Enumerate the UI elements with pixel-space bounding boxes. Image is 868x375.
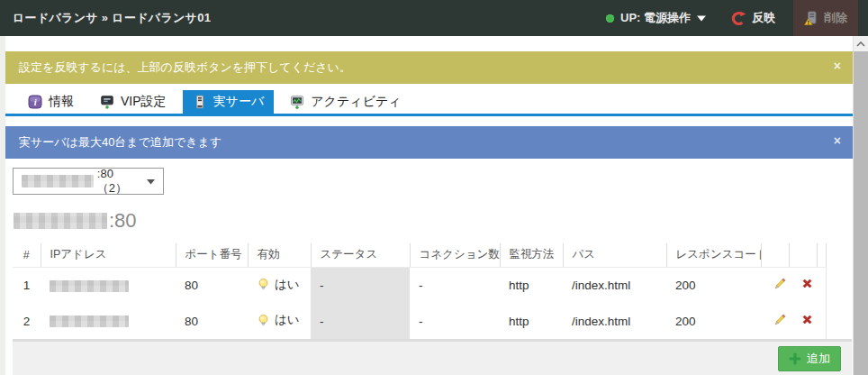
row-num: 2: [13, 303, 41, 339]
server-warning-icon: [804, 11, 818, 25]
col-port: ポート番号: [176, 243, 248, 267]
lightbulb-icon: [257, 278, 270, 291]
topbar: ロードバランサ » ロードバランサ01 UP: 電源操作 反映: [0, 0, 868, 36]
vip-heading-suffix: :80: [109, 209, 137, 233]
col-monitor: 監視方法: [500, 243, 563, 267]
chevron-up-icon: [856, 41, 865, 47]
row-enabled: はい: [248, 303, 311, 339]
col-spacer: [817, 243, 826, 267]
col-status: ステータス: [311, 243, 410, 267]
add-button[interactable]: 追加: [778, 346, 841, 371]
refresh-icon: [731, 11, 746, 26]
info-icon: i: [28, 95, 42, 109]
apply-label: 反映: [752, 10, 775, 26]
col-edit: [761, 243, 789, 267]
x-icon: [800, 277, 814, 290]
topbar-actions: UP: 電源操作 反映: [606, 0, 868, 36]
close-icon[interactable]: ×: [834, 134, 841, 147]
table-row: 1 80 はい: [13, 267, 826, 303]
scroll-up-button[interactable]: [854, 36, 868, 51]
apply-button[interactable]: 反映: [731, 10, 775, 26]
tab-real-servers[interactable]: 実サーバ: [183, 90, 275, 114]
row-connections: -: [410, 267, 500, 303]
pencil-icon: [773, 313, 787, 327]
col-response-code: レスポンスコード: [666, 243, 761, 267]
x-icon: [800, 313, 814, 326]
row-path: /index.html: [563, 267, 666, 303]
scrollbar[interactable]: [853, 36, 868, 375]
redacted-ip-block: [22, 175, 94, 188]
row-response-code: 200: [666, 303, 761, 339]
row-monitor: http: [500, 267, 563, 303]
row-response-code: 200: [666, 267, 761, 303]
chevron-down-icon: [147, 178, 155, 185]
scrollbar-thumb[interactable]: [854, 51, 868, 375]
redacted-ip-block: [50, 280, 129, 292]
row-ip: [41, 267, 176, 303]
row-status: -: [311, 303, 410, 339]
col-enabled: 有効: [248, 243, 311, 267]
vip-heading: :80: [14, 209, 853, 233]
col-path: パス: [563, 243, 666, 267]
tab-info[interactable]: i 情報: [18, 90, 84, 114]
apply-warning-banner: 設定を反映するには、上部の反映ボタンを押下してください。 ×: [5, 51, 853, 84]
delete-row-button[interactable]: [789, 303, 817, 339]
tab-activity-label: アクティビティ: [311, 94, 401, 110]
edit-row-button[interactable]: [761, 267, 789, 303]
delete-button[interactable]: 削除: [793, 0, 858, 36]
server-icon: [193, 95, 207, 109]
close-icon[interactable]: ×: [834, 59, 841, 72]
tab-vip-settings-label: VIP設定: [121, 94, 167, 110]
row-connections: -: [410, 303, 500, 339]
col-num: #: [13, 243, 41, 267]
plus-icon: [789, 352, 801, 365]
col-ip: IPアドレス: [41, 243, 176, 267]
warning-banner-text: 設定を反映するには、上部の反映ボタンを押下してください。: [19, 59, 351, 76]
real-servers-table: # IPアドレス ポート番号 有効 ステータス コネクション数 監視方法 パス …: [13, 243, 827, 339]
row-port: 80: [176, 303, 248, 339]
table-footer: 追加: [13, 339, 852, 375]
edit-row-button[interactable]: [761, 303, 789, 339]
row-path: /index.html: [563, 303, 666, 339]
table-header-row: # IPアドレス ポート番号 有効 ステータス コネクション数 監視方法 パス …: [13, 243, 826, 267]
network-icon: [100, 95, 114, 109]
status-up-dot: [606, 14, 614, 23]
table-row: 2 80 はい: [13, 303, 826, 339]
row-monitor: http: [500, 303, 563, 339]
max-servers-banner: 実サーバは最大40台まで追加できます ×: [5, 126, 853, 159]
row-port: 80: [176, 267, 248, 303]
lightbulb-icon: [257, 314, 270, 327]
col-delete: [789, 243, 817, 267]
tab-info-label: 情報: [49, 94, 74, 110]
row-num: 1: [13, 267, 41, 303]
vip-select-dropdown[interactable]: :80（2）: [13, 168, 164, 195]
redacted-ip-block: [50, 316, 129, 327]
breadcrumb: ロードバランサ » ロードバランサ01: [0, 10, 211, 26]
redacted-ip-block: [14, 213, 107, 229]
power-menu-button[interactable]: UP: 電源操作: [606, 10, 706, 26]
row-status: -: [311, 267, 410, 303]
main-content: 設定を反映するには、上部の反映ボタンを押下してください。 × i 情報: [5, 36, 853, 375]
tab-vip-settings[interactable]: VIP設定: [90, 90, 176, 114]
delete-row-button[interactable]: [789, 267, 817, 303]
tab-bar: i 情報 VIP設定: [5, 90, 853, 116]
svg-text:i: i: [34, 97, 37, 107]
tab-real-servers-label: 実サーバ: [213, 94, 265, 110]
vip-select-value: :80（2）: [97, 167, 143, 197]
add-button-label: 追加: [807, 351, 830, 367]
power-menu-label: UP: 電源操作: [620, 10, 691, 26]
pencil-icon: [773, 277, 787, 291]
activity-icon: [290, 95, 304, 109]
row-enabled: はい: [248, 267, 311, 303]
col-connections: コネクション数: [410, 243, 500, 267]
info-banner-text: 実サーバは最大40台まで追加できます: [19, 134, 222, 151]
tab-activity[interactable]: アクティビティ: [280, 90, 411, 114]
chevron-down-icon: [697, 14, 706, 22]
row-ip: [41, 303, 176, 339]
delete-label: 削除: [824, 10, 847, 26]
